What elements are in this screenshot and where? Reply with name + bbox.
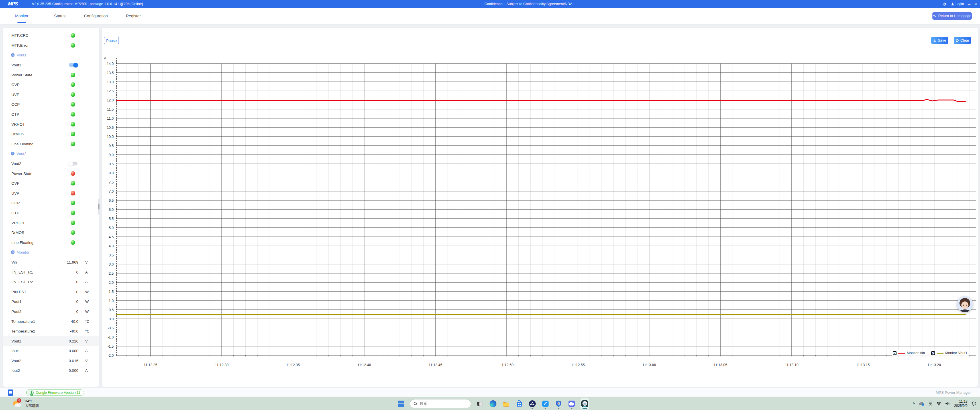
svg-text:9.5: 9.5: [109, 144, 114, 148]
security-shield-icon[interactable]: [554, 398, 563, 410]
row-label: IIN_EST_R2: [11, 280, 33, 284]
search-input[interactable]: [420, 402, 463, 406]
tray-clock[interactable]: 11:13 2025/9/9: [954, 399, 967, 408]
taskbar-weather-widget[interactable]: 6 34°C 大部晴朗: [13, 398, 39, 408]
svg-text:5.5: 5.5: [109, 217, 114, 221]
svg-text:6.0: 6.0: [109, 208, 114, 212]
svg-text:10.5: 10.5: [107, 126, 114, 130]
title-bar: MPS V2.0.35.235-Configuration MP2891, pa…: [0, 0, 980, 8]
legend-checkbox[interactable]: ✓: [931, 351, 935, 355]
row-ovp: OVP: [3, 178, 99, 188]
row-iout1: Iout10.000A: [3, 346, 99, 356]
wing-app-icon[interactable]: [541, 398, 550, 410]
row-label: Line Floating: [11, 240, 33, 245]
measurement-value: 0: [76, 299, 78, 304]
row-ovp: OVP: [3, 80, 99, 90]
volume-muted-icon[interactable]: [945, 402, 950, 405]
row-label: MTP.CRC: [11, 33, 29, 38]
legend-line-swatch: [937, 353, 943, 354]
menu-icon[interactable]: [927, 3, 939, 5]
wifi-icon[interactable]: [936, 402, 941, 405]
taskbar-search[interactable]: [410, 399, 471, 408]
svg-text:-2.0: -2.0: [107, 354, 114, 358]
row-label: Vin: [11, 260, 17, 264]
row-iin-est-r1: IIN_EST_R10A: [3, 267, 99, 277]
tab-configuration[interactable]: Configuration: [84, 8, 108, 24]
tab-status[interactable]: Status: [54, 8, 65, 24]
start-button[interactable]: [397, 398, 405, 410]
cloud-pro-app-icon[interactable]: PRO: [567, 398, 576, 410]
row-pout2: Pout20W: [3, 307, 99, 316]
legend-checkbox[interactable]: ✓: [893, 351, 897, 355]
tray-chevron-up-icon[interactable]: ^: [913, 402, 915, 406]
legend-item-monitor-vout1[interactable]: ✓Monitor-Vout1: [931, 351, 967, 355]
row-label: PIN EST: [11, 289, 27, 294]
svg-text:10.0: 10.0: [107, 135, 114, 139]
file-explorer-icon[interactable]: [502, 398, 511, 410]
minimize-icon[interactable]: –: [968, 2, 970, 6]
hub-app-icon[interactable]: [528, 398, 536, 410]
weather-sun-cloud-icon: 6: [13, 398, 23, 408]
mps-power-manager-app-icon[interactable]: m: [581, 398, 589, 410]
assistant-avatar[interactable]: [957, 296, 973, 312]
svg-text:3.0: 3.0: [109, 262, 114, 266]
row-label: VRHOT: [11, 221, 25, 225]
close-icon[interactable]: ×: [975, 2, 977, 6]
svg-text:11:13.20: 11:13.20: [927, 363, 941, 367]
svg-text:11.5: 11.5: [107, 107, 114, 111]
row-label: Vout1: [11, 339, 21, 343]
measurement-unit: W: [85, 309, 89, 313]
row-label: UVP: [11, 92, 19, 97]
panel-splitter[interactable]: [98, 199, 100, 215]
vout1-toggle[interactable]: [69, 63, 78, 67]
measurement-value: 0.000: [69, 369, 78, 373]
row-label: OCP: [11, 102, 20, 106]
row-label: IIN_EST_R1: [11, 270, 33, 274]
status-indicator-green: [71, 82, 75, 87]
tab-register[interactable]: Register: [126, 8, 141, 24]
measurement-unit: A: [85, 349, 88, 353]
user-icon: [951, 2, 955, 6]
edge-browser-icon[interactable]: [489, 398, 497, 410]
window-title: V2.0.35.235-Configuration MP2891, packag…: [32, 2, 143, 6]
legend-item-monitor-vin[interactable]: ✓Monitor-Vin: [893, 351, 925, 355]
measurement-unit: V: [85, 358, 88, 363]
row-label: OTP: [11, 112, 19, 116]
log-document-icon[interactable]: [8, 389, 13, 396]
mps-logo: MPS: [8, 1, 18, 7]
measurement-unit: A: [85, 369, 88, 373]
svg-text:11:13.05: 11:13.05: [714, 363, 727, 367]
usb-dongle-icon: [26, 389, 33, 396]
onedrive-cloud-icon[interactable]: i: [919, 402, 924, 406]
measurement-value: 0: [76, 270, 78, 274]
row-label: Pout2: [11, 309, 21, 313]
bell-dnd-icon[interactable]: z: [972, 402, 976, 406]
row-power-state: Power State: [3, 168, 99, 178]
row-label: MTP.Error: [11, 43, 29, 47]
row-label: Temperature2: [11, 329, 35, 333]
gear-icon[interactable]: [943, 2, 947, 6]
ime-indicator[interactable]: 英: [928, 401, 932, 406]
row-power-state: Power State: [3, 70, 99, 80]
microsoft-store-icon[interactable]: [515, 398, 523, 410]
app-status-bar: Dongle Firmware Version 11 MPS Power Man…: [0, 388, 980, 397]
row-temperature2: Temperature2-40.0°C: [3, 326, 99, 336]
row-otp: OTP: [3, 110, 99, 119]
svg-text:11:12.40: 11:12.40: [357, 363, 371, 367]
task-view-icon[interactable]: [476, 398, 484, 410]
row-label: DrMOS: [11, 132, 24, 136]
measurement-value: 0: [76, 280, 78, 284]
row-label: OTP: [11, 211, 19, 215]
return-to-homepage-button[interactable]: Return to Homepage: [932, 12, 972, 20]
measurement-value: 0.226: [69, 339, 78, 343]
row-vin: Vin11.969V: [3, 257, 99, 267]
status-indicator-green: [71, 92, 75, 97]
row-iout2: Iout20.000A: [3, 366, 99, 375]
tab-monitor[interactable]: Monitor: [15, 8, 29, 24]
vout2-toggle[interactable]: [69, 162, 78, 165]
chart-legend: ✓Monitor-Vin✓Monitor-Vout1: [892, 350, 969, 356]
svg-text:11:12.55: 11:12.55: [571, 363, 585, 367]
svg-text:13.0: 13.0: [107, 80, 114, 84]
login-button[interactable]: Login: [951, 2, 964, 6]
row-iin-est-r2: IIN_EST_R20A: [3, 277, 99, 287]
